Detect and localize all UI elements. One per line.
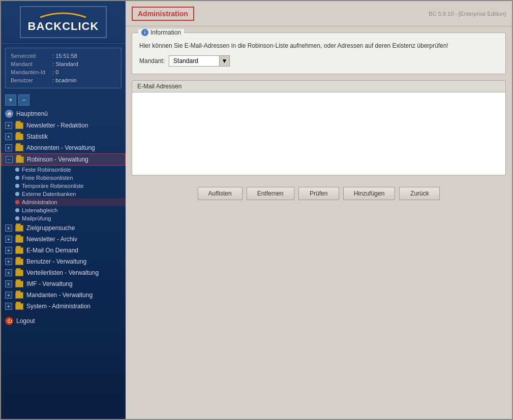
sidebar-item-hauptmenu[interactable]: 🏠 Hauptmenü	[1, 108, 126, 120]
subitem-label: Externe Datenbanken	[22, 191, 76, 197]
bullet-icon	[15, 216, 19, 220]
folder-icon	[15, 225, 23, 232]
folder-icon	[15, 122, 23, 129]
subitem-label: Freie Robinsonlisten	[22, 175, 73, 181]
folder-icon	[15, 270, 23, 276]
bullet-icon	[15, 184, 19, 188]
expand-icon: −	[6, 156, 13, 163]
folder-icon	[16, 156, 24, 163]
benutzer-label: Benutzer	[11, 77, 51, 84]
serverzeit-label: Serverzeit	[11, 52, 51, 59]
folder-icon	[15, 259, 23, 265]
expand-icon: +	[5, 144, 12, 151]
page-title-box: Administration	[132, 7, 194, 21]
sidebar-item-label: Newsletter - Archiv	[26, 236, 77, 243]
page-title: Administration	[138, 10, 188, 18]
sidebar-subitem-mailprufung[interactable]: Mailprüfung	[15, 214, 126, 222]
sidebar-item-label: IMF - Verwaltung	[26, 280, 73, 287]
logo-area: BACKCLICK	[1, 1, 126, 44]
version-text: BC 5.9.10 - [Enterprise Edition]	[429, 11, 506, 17]
logo-arc-svg	[38, 11, 88, 18]
folder-icon	[15, 303, 23, 310]
benutzer-value: bcadmin	[55, 77, 77, 83]
expand-icon: +	[5, 292, 12, 299]
sidebar-item-zielgruppensuche[interactable]: + Zielgruppensuche	[1, 222, 126, 234]
mandant-info-value: Standard	[55, 61, 78, 67]
prufen-button[interactable]: Prüfen	[298, 187, 339, 200]
logo-box: BACKCLICK	[20, 6, 107, 38]
info-icon: i	[141, 29, 148, 36]
sidebar-subitem-freie-robinsonlisten[interactable]: Freie Robinsonlisten	[15, 174, 126, 182]
folder-icon	[15, 281, 23, 287]
sidebar-subitem-administration[interactable]: Administration	[15, 198, 126, 206]
folder-icon	[15, 247, 23, 254]
expand-icon: +	[5, 258, 12, 265]
email-area-header: E-Mail Adressen	[132, 81, 505, 92]
robinson-sub-nav: Feste Robinsonliste Freie Robinsonlisten…	[1, 166, 126, 222]
button-bar: Auflisten Entfernen Prüfen Hinzufügen Zu…	[132, 182, 506, 205]
sidebar-item-label: Mandanten - Verwaltung	[26, 292, 93, 299]
top-bar: Administration BC 5.9.10 - [Enterprise E…	[126, 1, 512, 26]
expand-icon: +	[5, 133, 12, 140]
logout-label: Logout	[16, 317, 35, 325]
bullet-icon	[15, 200, 19, 204]
sidebar-item-abonnenten-verwaltung[interactable]: + Abonnenten - Verwaltung	[1, 142, 126, 153]
sidebar-subitem-temporare-robinsonliste[interactable]: Temporäre Robinsonliste	[15, 182, 126, 190]
sidebar-item-robinson-verwaltung[interactable]: − Robinson - Verwaltung	[1, 153, 126, 166]
sidebar-item-mandanten-verwaltung[interactable]: + Mandanten - Verwaltung	[1, 289, 126, 301]
sidebar-item-benutzer-verwaltung[interactable]: + Benutzer - Verwaltung	[1, 256, 126, 267]
sidebar-item-imf-verwaltung[interactable]: + IMF - Verwaltung	[1, 278, 126, 289]
logo-text: BACKCLICK	[28, 20, 99, 33]
logout-item[interactable]: ⏻ Logout	[1, 314, 126, 328]
expand-icon: +	[5, 280, 12, 287]
subitem-label: Administration	[22, 199, 57, 205]
hinzufugen-button[interactable]: Hinzufügen	[343, 187, 396, 200]
logout-icon: ⏻	[5, 317, 13, 325]
home-icon: 🏠	[5, 110, 13, 118]
zuruck-button[interactable]: Zurück	[399, 187, 440, 200]
collapse-all-button[interactable]: −	[18, 94, 29, 106]
sidebar-icon-row: + −	[1, 92, 126, 108]
expand-all-button[interactable]: +	[5, 94, 16, 106]
folder-icon	[15, 145, 23, 151]
expand-icon: +	[5, 122, 12, 129]
sidebar-item-label: System - Administration	[26, 303, 90, 310]
folder-icon	[15, 134, 23, 140]
sidebar-item-label: Hauptmenü	[16, 110, 48, 117]
mandant-select[interactable]: Standard ▼	[169, 55, 230, 67]
sidebar-item-email-on-demand[interactable]: + E-Mail On Demand	[1, 245, 126, 256]
mandant-dropdown-button[interactable]: ▼	[220, 55, 230, 67]
sidebar: BACKCLICK Serverzeit : 15:51:58 Mandant …	[1, 1, 126, 419]
sidebar-item-newsletter-redaktion[interactable]: + Newsletter - Redaktion	[1, 120, 126, 131]
content-area: i Information Hier können Sie E-Mail-Adr…	[126, 26, 512, 419]
expand-icon: +	[5, 247, 12, 254]
serverzeit-value: 15:51:58	[55, 53, 77, 59]
sidebar-subitem-feste-robinsonliste[interactable]: Feste Robinsonliste	[15, 166, 126, 174]
sidebar-item-newsletter-archiv[interactable]: + Newsletter - Archiv	[1, 234, 126, 245]
auflisten-button[interactable]: Auflisten	[198, 187, 243, 200]
bullet-icon	[15, 168, 19, 172]
sidebar-item-verteilerlisten-verwaltung[interactable]: + Verteilerlisten - Verwaltung	[1, 267, 126, 278]
mandant-field-label: Mandant:	[139, 57, 165, 64]
entfernen-button[interactable]: Entfernen	[247, 187, 294, 200]
mandant-label: Mandant	[11, 60, 51, 68]
sidebar-item-statistik[interactable]: + Statistik	[1, 131, 126, 142]
expand-icon: +	[5, 269, 12, 276]
sidebar-item-label: Verteilerlisten - Verwaltung	[26, 269, 99, 276]
info-panel: i Information Hier können Sie E-Mail-Adr…	[132, 33, 506, 74]
expand-icon: +	[5, 236, 12, 243]
subitem-label: Listenabgleich	[22, 207, 57, 213]
sidebar-subitem-externe-datenbanken[interactable]: Externe Datenbanken	[15, 190, 126, 198]
info-panel-content: Hier können Sie E-Mail-Adressen in die R…	[132, 33, 505, 74]
sidebar-subitem-listenabgleich[interactable]: Listenabgleich	[15, 206, 126, 214]
server-info: Serverzeit : 15:51:58 Mandant : Standard…	[5, 48, 122, 88]
expand-icon: +	[5, 303, 12, 310]
info-panel-title-text: Information	[150, 29, 181, 36]
sidebar-item-system-administration[interactable]: + System - Administration	[1, 301, 126, 312]
folder-icon	[15, 292, 23, 299]
mandant-select-value[interactable]: Standard	[169, 55, 220, 67]
email-addresses-input[interactable]	[132, 92, 505, 174]
sidebar-item-label: Newsletter - Redaktion	[26, 122, 88, 129]
mandanten-id-label: Mandanten-Id	[11, 69, 51, 76]
folder-icon	[15, 236, 23, 243]
